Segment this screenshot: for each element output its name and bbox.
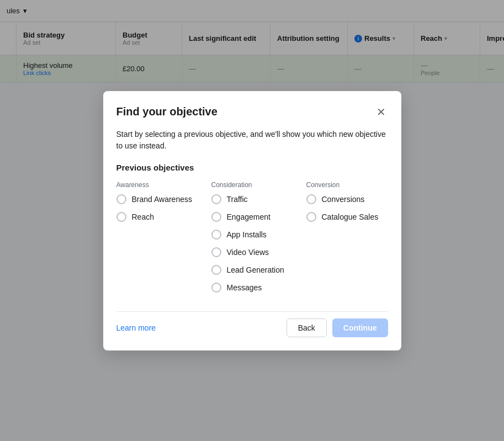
catalogue-sales-label: Catalogue Sales	[322, 212, 379, 221]
section-title: Previous objectives	[116, 163, 388, 172]
engagement-option[interactable]: Engagement	[211, 212, 293, 222]
lead-generation-option[interactable]: Lead Generation	[211, 265, 293, 275]
consideration-column: Consideration Traffic Engagement App Ins…	[211, 181, 293, 300]
back-button[interactable]: Back	[287, 318, 327, 337]
brand-awareness-option[interactable]: Brand Awareness	[116, 194, 198, 204]
modal-title: Find your objective	[116, 105, 217, 118]
engagement-label: Engagement	[227, 212, 270, 221]
messages-option[interactable]: Messages	[211, 283, 293, 293]
reach-label: Reach	[132, 212, 154, 221]
video-views-option[interactable]: Video Views	[211, 247, 293, 257]
reach-radio[interactable]	[116, 212, 126, 222]
modal-close-button[interactable]: ✕	[374, 104, 388, 120]
awareness-column: Awareness Brand Awareness Reach	[116, 181, 198, 300]
messages-radio[interactable]	[211, 283, 221, 293]
consideration-column-header: Consideration	[211, 181, 293, 189]
app-installs-radio[interactable]	[211, 230, 221, 240]
traffic-radio[interactable]	[211, 194, 221, 204]
modal-header: Find your objective ✕	[116, 104, 388, 120]
brand-awareness-label: Brand Awareness	[132, 195, 192, 204]
traffic-option[interactable]: Traffic	[211, 194, 293, 204]
engagement-radio[interactable]	[211, 212, 221, 222]
modal-overlay: Find your objective ✕ Start by selecting…	[0, 0, 504, 441]
modal-description: Start by selecting a previous objective,…	[116, 129, 388, 152]
conversion-column-header: Conversion	[306, 181, 388, 189]
conversions-option[interactable]: Conversions	[306, 194, 388, 204]
conversions-label: Conversions	[322, 195, 365, 204]
find-objective-modal: Find your objective ✕ Start by selecting…	[103, 91, 401, 350]
video-views-label: Video Views	[227, 248, 269, 257]
brand-awareness-radio[interactable]	[116, 194, 126, 204]
lead-generation-label: Lead Generation	[227, 265, 284, 274]
reach-option[interactable]: Reach	[116, 212, 198, 222]
learn-more-link[interactable]: Learn more	[116, 323, 156, 332]
conversion-column: Conversion Conversions Catalogue Sales	[306, 181, 388, 300]
modal-footer: Learn more Back Continue	[116, 311, 388, 337]
catalogue-sales-radio[interactable]	[306, 212, 316, 222]
messages-label: Messages	[227, 283, 262, 292]
app-installs-label: App Installs	[227, 230, 267, 239]
app-installs-option[interactable]: App Installs	[211, 230, 293, 240]
footer-buttons: Back Continue	[287, 318, 388, 337]
awareness-column-header: Awareness	[116, 181, 198, 189]
continue-button[interactable]: Continue	[332, 318, 388, 337]
objectives-grid: Awareness Brand Awareness Reach Consider…	[116, 181, 388, 300]
video-views-radio[interactable]	[211, 247, 221, 257]
lead-generation-radio[interactable]	[211, 265, 221, 275]
traffic-label: Traffic	[227, 195, 248, 204]
conversions-radio[interactable]	[306, 194, 316, 204]
catalogue-sales-option[interactable]: Catalogue Sales	[306, 212, 388, 222]
